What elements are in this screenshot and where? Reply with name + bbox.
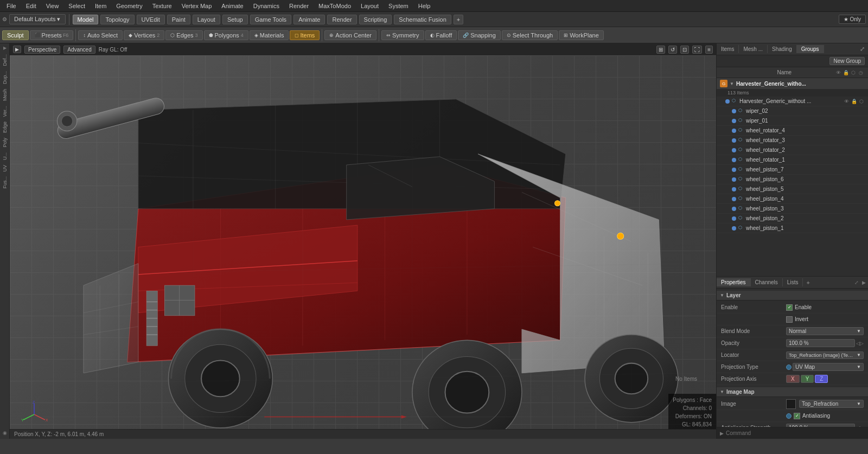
only-btn[interactable]: ★ Only — [839, 15, 866, 24]
item-wheel-piston7[interactable]: ⬡ wheel_piston_7 — [717, 165, 868, 175]
item-wheel-rotator2[interactable]: ⬡ wheel_rotator_2 — [717, 145, 868, 155]
tab-animate[interactable]: Animate — [293, 15, 325, 24]
sculpt-btn[interactable]: Sculpt — [2, 30, 29, 40]
sidebar-expand-btn[interactable]: ▶ — [2, 44, 8, 52]
axis-x-btn[interactable]: X — [786, 375, 800, 383]
item-wheel-piston1[interactable]: ⬡ wheel_piston_1 — [717, 223, 868, 233]
layer-section-header[interactable]: ▼ Layer — [717, 291, 868, 300]
item-wiper02[interactable]: ⬡ wiper_02 — [717, 106, 868, 116]
menu-item-edit[interactable]: Edit — [22, 2, 41, 10]
tab-uvedit[interactable]: UVEdit — [137, 15, 165, 24]
menu-item-select[interactable]: Select — [64, 2, 90, 10]
opacity-input[interactable]: 100.0 % — [786, 339, 855, 347]
axis-z-btn[interactable]: Z — [815, 375, 828, 383]
items-list[interactable]: G ▼ Harvester_Generic_witho... 113 Items… — [717, 78, 868, 276]
vp-perspective-btn[interactable]: Perspective — [24, 46, 60, 54]
menu-item-file[interactable]: File — [2, 2, 21, 10]
viewport-canvas[interactable]: No Items Polygons : Face Channels: 0 Def… — [10, 55, 716, 439]
props-expand-icon[interactable]: ⤢ — [854, 280, 859, 285]
falloff-btn[interactable]: ◐ Falloff — [425, 30, 457, 40]
left-tab-poly[interactable]: Poly — [1, 136, 9, 150]
left-bottom-btn[interactable]: ◉ — [1, 428, 9, 438]
locator-dropdown[interactable]: Top_Refraction (Image) (Tex ... ▼ — [786, 351, 864, 359]
menu-item-system[interactable]: System — [384, 2, 413, 10]
tab-scripting[interactable]: Scripting — [359, 15, 392, 24]
vp-icon4-btn[interactable]: ⛶ — [692, 46, 702, 54]
polygons-btn[interactable]: ⬟ Polygons 4 — [204, 30, 248, 40]
item-wheel-piston6[interactable]: ⬡ wheel_piston_6 — [717, 175, 868, 184]
props-tab-channels[interactable]: Channels — [751, 278, 783, 286]
left-tab-uv[interactable]: UV — [1, 163, 9, 174]
props-sidebar-icon[interactable]: ▶ — [862, 280, 866, 285]
add-tab-btn[interactable]: + — [454, 15, 463, 24]
menu-item-texture[interactable]: Texture — [148, 2, 176, 10]
menu-item-animate[interactable]: Animate — [217, 2, 247, 10]
item-wheel-rotator3[interactable]: ⬡ wheel_rotator_3 — [717, 136, 868, 145]
invert-checkbox[interactable] — [786, 316, 793, 323]
right-panel-expand[interactable]: ⤢ — [857, 44, 868, 54]
vp-advanced-btn[interactable]: Advanced — [63, 46, 95, 54]
default-layouts-btn[interactable]: Default Layouts ▾ — [9, 14, 66, 24]
right-tab-items[interactable]: Items — [717, 45, 739, 53]
materials-btn[interactable]: ◈ Materials — [250, 30, 289, 40]
workplane-btn[interactable]: ⊞ WorkPlane — [559, 30, 604, 40]
projection-type-dropdown[interactable]: UV Map ▼ — [793, 363, 864, 371]
left-tab-dup[interactable]: Dup... — [1, 69, 9, 86]
props-tab-lists[interactable]: Lists — [783, 278, 803, 286]
menu-item-dynamics[interactable]: Dynamics — [249, 2, 284, 10]
viewport[interactable]: ▶ Perspective Advanced Ray GL: Off ⊞ ↺ ⊡… — [10, 43, 716, 439]
item-wheel-piston2[interactable]: ⬡ wheel_piston_2 — [717, 214, 868, 223]
vp-icon5-btn[interactable]: ≡ — [705, 46, 713, 54]
vp-icon2-btn[interactable]: ↺ — [668, 46, 677, 54]
item-wheel-piston4[interactable]: ⬡ wheel_piston_4 — [717, 194, 868, 204]
right-tab-mesh[interactable]: Mesh ... — [739, 45, 768, 53]
item-wheel-piston3[interactable]: ⬡ wheel_piston_3 — [717, 204, 868, 214]
props-tab-properties[interactable]: Properties — [717, 278, 751, 286]
left-tab-def[interactable]: Def... — [1, 52, 9, 68]
menu-item-item[interactable]: Item — [91, 2, 111, 10]
props-tab-plus[interactable]: + — [803, 278, 813, 287]
blend-mode-dropdown[interactable]: Normal ▼ — [786, 327, 864, 335]
snapping-btn[interactable]: 🔗 Snapping — [458, 30, 501, 40]
enable-checkbox[interactable] — [786, 304, 793, 311]
left-tab-u[interactable]: U... — [1, 150, 9, 162]
new-group-btn[interactable]: New Group — [829, 57, 865, 65]
tab-model[interactable]: Model — [73, 15, 99, 24]
axis-y-btn[interactable]: Y — [801, 375, 814, 383]
left-tab-edge[interactable]: Edge — [1, 119, 9, 135]
antialiasing-checkbox[interactable] — [794, 413, 800, 419]
presets-btn[interactable]: ⬛ Presets F6 — [30, 30, 74, 40]
left-tab-mesh[interactable]: Mesh — [1, 87, 9, 103]
menu-item-render[interactable]: Render — [285, 2, 313, 10]
group-header[interactable]: G ▼ Harvester_Generic_witho... — [717, 78, 868, 89]
image-map-section-header[interactable]: ▼ Image Map — [717, 387, 868, 397]
image-dropdown[interactable]: Top_Refraction ▼ — [799, 400, 864, 408]
vertices-btn[interactable]: ◆ Vertices 2 — [124, 30, 164, 40]
menu-item-geometry[interactable]: Geometry — [112, 2, 146, 10]
action-center-btn[interactable]: ⊕ Action Center — [324, 30, 376, 40]
edges-btn[interactable]: ⬡ Edges 3 — [165, 30, 202, 40]
menu-item-vertex-map[interactable]: Vertex Map — [177, 2, 216, 10]
tab-topology[interactable]: Topology — [100, 15, 134, 24]
select-through-btn[interactable]: ⊙ Select Through — [502, 30, 558, 40]
vp-toggle-btn[interactable]: ▶ — [13, 46, 21, 53]
tab-setup[interactable]: Setup — [222, 15, 248, 24]
left-tab-ver[interactable]: Ver... — [1, 104, 9, 119]
item-wiper01[interactable]: ⬡ wiper_01 — [717, 116, 868, 126]
symmetry-btn[interactable]: ⇔ Symmetry — [381, 30, 424, 40]
auto-select-btn[interactable]: ↕ Auto Select — [78, 30, 123, 40]
command-expand-icon[interactable]: ▶ — [720, 431, 724, 436]
item-wheel-piston5[interactable]: ⬡ wheel_piston_5 — [717, 184, 868, 194]
left-tab-fus[interactable]: Fus... — [1, 174, 9, 191]
vp-icon1-btn[interactable]: ⊞ — [656, 46, 665, 54]
item-wheel-rotator1[interactable]: ⬡ wheel_rotator_1 — [717, 155, 868, 165]
item-wheel-rotator4[interactable]: ⬡ wheel_rotator_4 — [717, 126, 868, 136]
opacity-slider-btn[interactable]: ◁▷ — [856, 341, 864, 346]
vp-icon3-btn[interactable]: ⊡ — [680, 46, 689, 54]
right-tab-groups[interactable]: Groups — [797, 45, 824, 53]
tab-layout[interactable]: Layout — [193, 15, 220, 24]
menu-item-layout[interactable]: Layout — [356, 2, 383, 10]
menu-item-maxtomodo[interactable]: MaxToModo — [314, 2, 355, 10]
tab-schematic-fusion[interactable]: Schematic Fusion — [394, 15, 451, 24]
right-tab-shading[interactable]: Shading — [768, 45, 797, 53]
